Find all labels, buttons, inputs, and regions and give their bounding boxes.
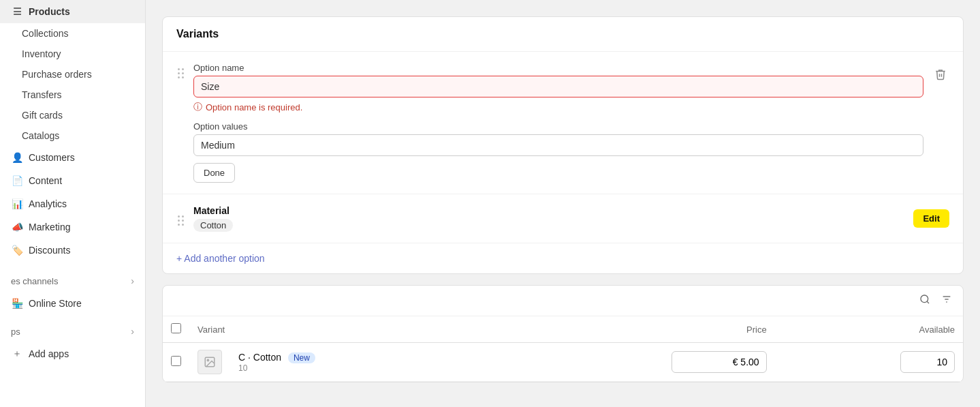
sidebar-item-analytics[interactable]: 📊 Analytics xyxy=(0,192,145,215)
variants-table: Variant Price Available xyxy=(163,316,963,382)
sidebar-item-purchase-orders[interactable]: Purchase orders xyxy=(0,64,145,85)
discounts-icon: 🏷️ xyxy=(11,244,23,256)
sales-channels-chevron-icon: › xyxy=(131,275,134,286)
available-col-header: Available xyxy=(775,316,963,343)
variants-table-section: Variant Price Available xyxy=(162,285,964,382)
add-option-button[interactable]: + Add another option xyxy=(176,253,265,264)
sidebar-item-content[interactable]: 📄 Content xyxy=(0,169,145,192)
sidebar-item-catalogs[interactable]: Catalogs xyxy=(0,125,145,146)
add-option-row: + Add another option xyxy=(163,243,963,273)
row-checkbox-cell xyxy=(163,343,189,382)
filter-button[interactable] xyxy=(938,291,955,310)
marketing-icon: 📣 xyxy=(11,221,23,233)
material-name: Material xyxy=(193,205,905,216)
svg-point-6 xyxy=(207,359,208,361)
sidebar-item-marketing[interactable]: 📣 Marketing xyxy=(0,215,145,239)
sidebar-item-inventory[interactable]: Inventory xyxy=(0,44,145,64)
price-input[interactable] xyxy=(671,351,767,373)
error-icon: ⓘ xyxy=(193,101,202,113)
search-button[interactable] xyxy=(917,291,933,310)
delete-option-button[interactable] xyxy=(932,63,949,83)
variant-col-header: Variant xyxy=(189,316,478,343)
sidebar-item-discounts[interactable]: 🏷️ Discounts xyxy=(0,239,145,262)
add-apps-icon: ＋ xyxy=(11,348,23,360)
variant-sub: 10 xyxy=(238,363,470,373)
sidebar-item-online-store[interactable]: 🏪 Online Store xyxy=(0,292,145,315)
variants-title: Variants xyxy=(163,17,963,52)
option-name-input[interactable] xyxy=(193,76,923,97)
variant-name-cell: C · Cotton New 10 xyxy=(230,343,478,382)
price-col-header: Price xyxy=(478,316,775,343)
products-icon: ☰ xyxy=(11,5,23,18)
customers-icon: 👤 xyxy=(11,151,23,164)
variant-available-cell xyxy=(775,343,963,382)
option-material-row: Material Cotton Edit xyxy=(163,194,963,243)
available-input[interactable] xyxy=(900,351,955,373)
option-values-label: Option values xyxy=(193,121,923,132)
analytics-icon: 📊 xyxy=(11,198,23,210)
filter-icon xyxy=(941,294,952,305)
variant-image-icon xyxy=(204,356,216,368)
apps-chevron-icon: › xyxy=(131,326,134,337)
sidebar-item-products[interactable]: ☰ Products xyxy=(0,0,145,23)
sidebar-item-add-apps[interactable]: ＋ Add apps xyxy=(0,342,145,365)
sales-channels-label: es channels xyxy=(11,276,58,286)
search-icon xyxy=(919,294,930,305)
content-icon: 📄 xyxy=(11,175,23,187)
done-button[interactable]: Done xyxy=(193,163,235,183)
sidebar-item-customers[interactable]: 👤 Customers xyxy=(0,146,145,169)
online-store-icon: 🏪 xyxy=(11,297,23,310)
table-toolbar xyxy=(163,286,963,316)
variant-name: C · Cotton New xyxy=(238,352,470,363)
edit-material-button[interactable]: Edit xyxy=(913,209,949,228)
sidebar-item-transfers[interactable]: Transfers xyxy=(0,85,145,105)
option-name-error: ⓘ Option name is required. xyxy=(193,101,923,113)
drag-handle-size[interactable] xyxy=(176,63,185,80)
svg-line-1 xyxy=(927,301,929,303)
sidebar-item-collections[interactable]: Collections xyxy=(0,23,145,44)
sidebar: ☰ Products Collections Inventory Purchas… xyxy=(0,0,146,407)
select-all-header xyxy=(163,316,189,343)
select-all-checkbox[interactable] xyxy=(171,323,181,333)
new-badge: New xyxy=(288,352,315,363)
option-value-input[interactable] xyxy=(193,134,923,156)
option-name-label: Option name xyxy=(193,63,923,73)
svg-point-0 xyxy=(921,295,928,303)
row-checkbox[interactable] xyxy=(171,356,181,366)
variant-img-cell xyxy=(189,343,230,382)
variant-price-cell xyxy=(478,343,775,382)
main-content: Variants Option name ⓘ Option name is re… xyxy=(146,0,980,407)
apps-label: ps xyxy=(11,327,20,337)
option-size-row: Option name ⓘ Option name is required. O… xyxy=(163,52,963,194)
table-row: C · Cotton New 10 xyxy=(163,343,963,382)
material-tag: Cotton xyxy=(193,219,233,232)
variants-card: Variants Option name ⓘ Option name is re… xyxy=(162,16,964,274)
trash-icon xyxy=(934,68,947,80)
variant-image[interactable] xyxy=(197,350,222,374)
option-size-fields: Option name ⓘ Option name is required. O… xyxy=(193,63,923,183)
drag-handle-material[interactable] xyxy=(176,210,185,227)
sidebar-item-gift-cards[interactable]: Gift cards xyxy=(0,105,145,125)
material-info: Material Cotton xyxy=(193,205,905,232)
